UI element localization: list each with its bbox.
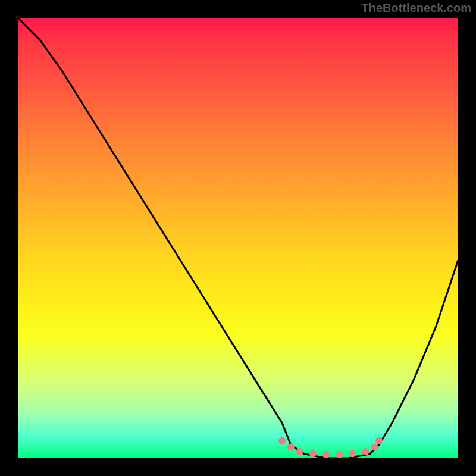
chart-curve	[18, 18, 458, 458]
chart-dot	[322, 451, 330, 458]
chart-dot	[336, 451, 343, 458]
chart-dot	[371, 444, 378, 451]
chart-line-series	[18, 18, 458, 458]
chart-dot	[278, 437, 286, 444]
watermark-text: TheBottleneck.com	[362, 1, 471, 15]
chart-dot	[287, 444, 295, 451]
chart-dot	[309, 450, 317, 458]
chart-dot	[362, 448, 369, 455]
chart-dot	[296, 448, 303, 455]
chart-svg	[18, 18, 458, 458]
chart-dot	[375, 437, 383, 444]
chart-plot-area	[18, 18, 458, 458]
chart-dot	[349, 450, 356, 458]
